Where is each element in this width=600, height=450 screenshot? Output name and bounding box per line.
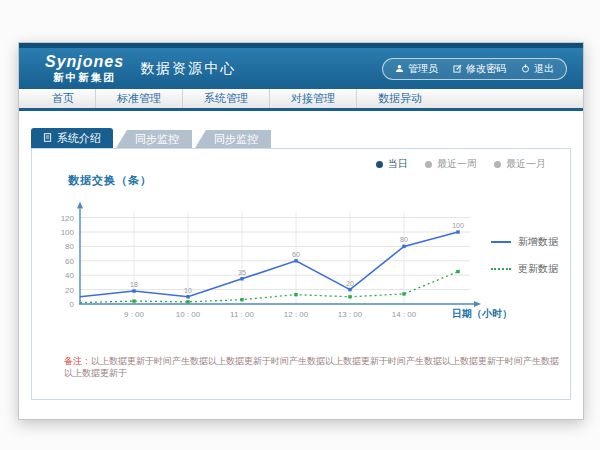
radio-last-week[interactable]: 最近一周 bbox=[425, 157, 477, 171]
y-axis-title: 数据交换（条） bbox=[68, 173, 152, 188]
svg-text:40: 40 bbox=[65, 271, 74, 280]
radio-last-month[interactable]: 最近一月 bbox=[494, 157, 546, 171]
admin-user-button[interactable]: 管理员 bbox=[395, 62, 438, 76]
page-title: 数据资源中心 bbox=[140, 60, 236, 78]
tab-sync-monitor-2[interactable]: 同步监控 bbox=[195, 130, 271, 148]
footnote-text: 以上数据更新于时间产生数据以上数据更新于时间产生数据以上数据更新于时间产生数据以… bbox=[64, 356, 559, 378]
footnote: 备注：以上数据更新于时间产生数据以上数据更新于时间产生数据以上数据更新于时间产生… bbox=[64, 356, 560, 379]
time-range-radio-group: 当日 最近一周 最近一月 bbox=[376, 157, 546, 171]
document-icon bbox=[43, 132, 52, 144]
svg-text:11 : 00: 11 : 00 bbox=[230, 310, 254, 319]
radio-dot-icon bbox=[425, 161, 432, 168]
chart-legend: 新增数据 更新数据 bbox=[491, 235, 558, 276]
chart-area: 0204060801001209 : 0010 : 0011 : 0012 : … bbox=[46, 189, 488, 333]
tab-strip: 系统介绍 同步监控 同步监控 bbox=[31, 128, 271, 148]
svg-text:80: 80 bbox=[65, 242, 74, 251]
logout-label: 退出 bbox=[534, 62, 554, 76]
radio-dot-icon bbox=[376, 161, 383, 168]
svg-text:9 : 00: 9 : 00 bbox=[124, 310, 145, 319]
svg-text:12 : 00: 12 : 00 bbox=[284, 310, 309, 319]
radio-today[interactable]: 当日 bbox=[376, 157, 408, 171]
green-dotted-sample-icon bbox=[491, 268, 511, 270]
legend-updated-data-label: 更新数据 bbox=[518, 262, 558, 276]
nav-item-home[interactable]: 首页 bbox=[31, 89, 96, 108]
svg-text:14 : 00: 14 : 00 bbox=[392, 310, 417, 319]
svg-text:60: 60 bbox=[292, 251, 300, 258]
svg-text:20: 20 bbox=[65, 286, 74, 295]
logo-text-en: Synjones bbox=[45, 54, 124, 70]
radio-last-week-label: 最近一周 bbox=[437, 157, 477, 171]
tab-system-intro[interactable]: 系统介绍 bbox=[31, 128, 113, 148]
nav-item-standard-mgmt[interactable]: 标准管理 bbox=[96, 89, 183, 108]
tab-label: 同步监控 bbox=[214, 132, 258, 147]
legend-item-updated-data: 更新数据 bbox=[491, 262, 558, 276]
svg-text:80: 80 bbox=[400, 236, 408, 243]
nav-item-interface-mgmt[interactable]: 对接管理 bbox=[270, 89, 357, 108]
radio-last-month-label: 最近一月 bbox=[506, 157, 546, 171]
svg-text:100: 100 bbox=[452, 222, 464, 229]
svg-text:60: 60 bbox=[65, 257, 74, 266]
change-password-label: 修改密码 bbox=[466, 62, 506, 76]
x-axis-title: 日期（小时） bbox=[452, 307, 512, 321]
legend-item-new-data: 新增数据 bbox=[491, 235, 558, 249]
company-logo: Synjones 新中新集团 bbox=[45, 54, 124, 83]
admin-user-label: 管理员 bbox=[408, 62, 438, 76]
edit-icon bbox=[453, 64, 462, 75]
logout-button[interactable]: 退出 bbox=[521, 62, 554, 76]
svg-text:18: 18 bbox=[130, 281, 138, 288]
svg-text:10 : 00: 10 : 00 bbox=[176, 310, 201, 319]
person-icon bbox=[395, 64, 404, 75]
svg-text:20: 20 bbox=[346, 280, 354, 287]
app-window: Synjones 新中新集团 数据资源中心 管理员 修改密码 bbox=[18, 42, 584, 420]
tab-label: 同步监控 bbox=[135, 132, 179, 147]
logo-text-cn: 新中新集团 bbox=[45, 72, 124, 83]
radio-dot-icon bbox=[494, 161, 501, 168]
nav-item-data-change[interactable]: 数据异动 bbox=[357, 89, 443, 108]
change-password-button[interactable]: 修改密码 bbox=[453, 62, 506, 76]
svg-text:100: 100 bbox=[61, 228, 75, 237]
radio-today-label: 当日 bbox=[388, 157, 408, 171]
svg-text:13 : 00: 13 : 00 bbox=[338, 310, 363, 319]
legend-new-data-label: 新增数据 bbox=[518, 235, 558, 249]
tab-sync-monitor-1[interactable]: 同步监控 bbox=[116, 130, 192, 148]
main-nav: 首页 标准管理 系统管理 对接管理 数据异动 bbox=[19, 89, 583, 111]
footnote-prefix: 备注： bbox=[64, 356, 91, 366]
svg-text:120: 120 bbox=[61, 214, 75, 223]
chart-panel: 当日 最近一周 最近一月 数据交换（条） 0204060801001209 : … bbox=[31, 148, 571, 400]
app-header: Synjones 新中新集团 数据资源中心 管理员 修改密码 bbox=[19, 48, 583, 89]
line-chart: 0204060801001209 : 0010 : 0011 : 0012 : … bbox=[46, 189, 488, 329]
svg-text:10: 10 bbox=[184, 287, 192, 294]
power-icon bbox=[521, 64, 530, 75]
tab-label: 系统介绍 bbox=[57, 131, 101, 146]
blue-line-sample-icon bbox=[491, 241, 511, 243]
desktop-background: Synjones 新中新集团 数据资源中心 管理员 修改密码 bbox=[0, 0, 600, 450]
nav-item-system-mgmt[interactable]: 系统管理 bbox=[183, 89, 270, 108]
user-menu-bar: 管理员 修改密码 退出 bbox=[382, 58, 567, 80]
svg-text:0: 0 bbox=[70, 300, 75, 309]
svg-text:35: 35 bbox=[238, 269, 246, 276]
